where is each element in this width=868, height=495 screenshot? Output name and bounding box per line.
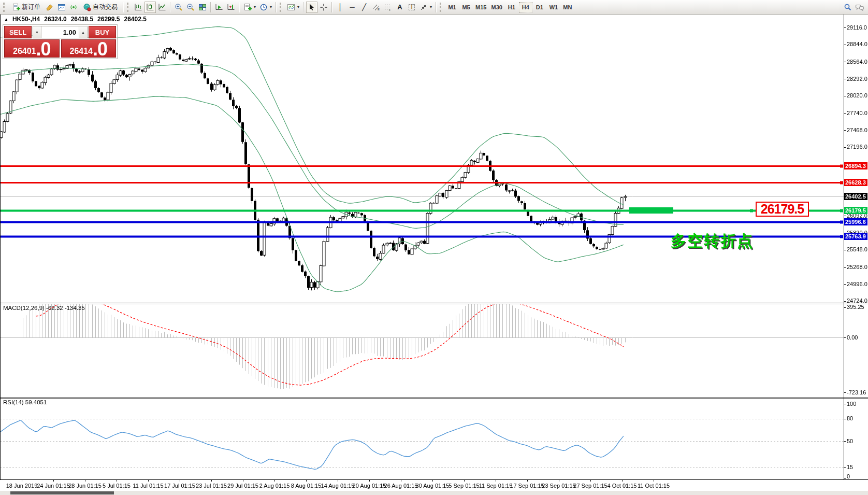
autotrading-button[interactable]: 自动交易 — [80, 2, 121, 13]
signals-button[interactable] — [68, 2, 79, 13]
new-template-icon — [243, 3, 252, 11]
svg-text:E: E — [378, 8, 380, 11]
autotrading-label: 自动交易 — [93, 3, 118, 11]
toolbar-grip[interactable] — [127, 3, 130, 12]
ohlc-low: 26299.5 — [97, 16, 120, 23]
one-click-trading-panel: SELL ▼ ▲ BUY 26401 .0 26414 .0 — [3, 24, 118, 59]
market-watch-button[interactable] — [56, 2, 67, 13]
crayon-button[interactable] — [44, 2, 55, 13]
sell-price-big: .0 — [36, 42, 50, 56]
dropdown-caret-icon: ▾ — [297, 5, 299, 9]
collapse-icon[interactable]: ▲ — [4, 17, 8, 22]
timeframe-mn[interactable]: MN — [561, 2, 574, 12]
signals-icon — [69, 3, 78, 11]
chart-canvas[interactable] — [0, 15, 868, 495]
sell-price-main: 26401 — [13, 46, 36, 56]
trendline-icon: ╱ — [362, 4, 366, 10]
search-button[interactable] — [842, 2, 853, 13]
buy-price-main: 26414 — [69, 46, 93, 56]
volume-decrease-button[interactable]: ▼ — [33, 26, 41, 38]
sell-price-display[interactable]: 26401 .0 — [4, 39, 60, 58]
timeframe-m15[interactable]: M15 — [473, 2, 488, 12]
clock-icon — [259, 3, 268, 11]
toolbar-separator — [303, 2, 304, 12]
toolbar-separator — [170, 2, 171, 12]
arrows-icon — [419, 3, 428, 11]
new-order-label: 新订单 — [22, 3, 40, 11]
volume-stepper: ▼ ▲ — [33, 26, 88, 38]
volume-increase-button[interactable]: ▲ — [79, 26, 88, 38]
indicators-button[interactable]: ▾ — [285, 2, 301, 13]
zoom-in-icon — [175, 3, 183, 11]
market-watch-icon — [57, 3, 66, 11]
autotrading-icon — [83, 3, 91, 11]
rsi-indicator-label: RSI(14) 59.4051 — [3, 399, 47, 405]
toolbar-separator — [123, 2, 124, 12]
new-order-icon — [12, 3, 20, 11]
dropdown-caret-icon: ▾ — [270, 5, 272, 9]
chat-button[interactable] — [853, 2, 866, 13]
chart-shift-button[interactable] — [225, 2, 237, 13]
symbol-name: HK50-,H4 — [12, 16, 40, 23]
text-button[interactable]: A — [394, 2, 406, 13]
timeframe-h4[interactable]: H4 — [519, 2, 532, 12]
timeframe-m30[interactable]: M30 — [489, 2, 504, 12]
price-annotation-box[interactable]: 26179.5 — [756, 202, 809, 217]
buy-price-display[interactable]: 26414 .0 — [61, 39, 117, 58]
timeframe-h1[interactable]: H1 — [505, 2, 518, 12]
timeframe-d1[interactable]: D1 — [533, 2, 546, 12]
dropdown-caret-icon: ▾ — [430, 5, 432, 9]
new-order-button[interactable]: 新订单 — [9, 2, 44, 13]
fibonacci-button[interactable]: F — [382, 2, 394, 13]
svg-text:F: F — [389, 8, 391, 11]
timeframe-w1[interactable]: W1 — [547, 2, 560, 12]
mt4-window: 新订单 自动交易 — [0, 0, 868, 495]
cursor-icon — [308, 3, 316, 11]
ohlc-high: 26438.5 — [71, 16, 93, 23]
bar-chart-button[interactable] — [133, 2, 144, 13]
fibonacci-icon: F — [384, 3, 392, 11]
turning-point-annotation[interactable]: 多空转折点 — [671, 231, 754, 252]
equidistant-channel-button[interactable]: E — [370, 2, 382, 13]
candlestick-chart-button[interactable] — [144, 2, 156, 13]
line-chart-icon — [158, 3, 166, 11]
toolbar-grip[interactable] — [280, 3, 283, 12]
vertical-line-button[interactable]: │ — [335, 2, 346, 13]
toolbar-separator — [331, 2, 332, 12]
sell-button[interactable]: SELL — [4, 26, 32, 38]
crosshair-button[interactable] — [318, 2, 329, 13]
zoom-in-button[interactable] — [173, 2, 184, 13]
toolbar-separator — [436, 2, 437, 12]
zoom-out-button[interactable] — [185, 2, 196, 13]
timeframe-m5[interactable]: M5 — [459, 2, 473, 12]
periods-button[interactable]: ▾ — [258, 2, 273, 13]
toolbar-grip[interactable] — [3, 3, 6, 12]
toolbar-grip[interactable] — [440, 3, 443, 12]
horizontal-line-button[interactable]: ─ — [346, 2, 358, 13]
volume-input[interactable] — [41, 26, 79, 38]
ohlc-open: 26324.0 — [44, 16, 66, 23]
vertical-line-icon: │ — [338, 4, 342, 10]
crayon-icon — [46, 3, 54, 11]
timeframe-group: M1M5M15M30H1H4D1W1MN — [445, 2, 574, 12]
search-icon — [844, 3, 852, 11]
text-label-button[interactable]: T — [406, 2, 417, 13]
dropdown-caret-icon: ▾ — [254, 5, 256, 9]
indicators-icon — [287, 3, 295, 11]
text-label-icon: T — [409, 4, 415, 10]
trendline-button[interactable]: ╱ — [358, 2, 370, 13]
buy-price-big: .0 — [93, 42, 107, 56]
new-template-button[interactable]: ▾ — [242, 2, 257, 13]
line-chart-button[interactable] — [156, 2, 168, 13]
horizontal-line-icon: ─ — [350, 4, 354, 10]
cursor-button[interactable] — [306, 2, 317, 13]
symbol-info: ▲ HK50-,H4 26324.0 26438.5 26299.5 26402… — [4, 16, 147, 23]
buy-button[interactable]: BUY — [89, 26, 116, 38]
timeframe-m1[interactable]: M1 — [445, 2, 459, 12]
zoom-out-icon — [186, 3, 195, 11]
tile-windows-button[interactable] — [197, 2, 208, 13]
arrows-button[interactable]: ▾ — [418, 2, 433, 13]
chart-window: ▲ HK50-,H4 26324.0 26438.5 26299.5 26402… — [0, 15, 868, 495]
toolbar-separator — [239, 2, 240, 12]
auto-scroll-button[interactable] — [213, 2, 225, 13]
